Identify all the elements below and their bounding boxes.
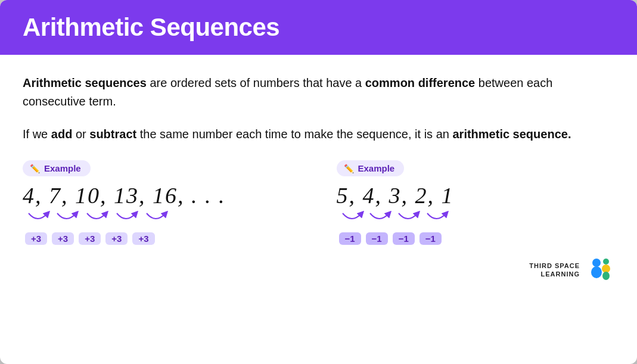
- example-label-text-1: Example: [44, 163, 81, 173]
- logo-icon: [586, 256, 614, 282]
- badge-2-3: −1: [393, 232, 415, 245]
- definition-block-2: If we add or subtract the same number ea…: [23, 125, 614, 144]
- arrows-svg-2: [337, 211, 486, 230]
- badge-2-4: −1: [420, 232, 442, 245]
- sequence-2: 5, 4, 3, 2, 1: [337, 182, 615, 209]
- logo-area: THIRD SPACE LEARNING: [23, 256, 614, 282]
- pencil-icon-2: ✏️: [344, 164, 354, 173]
- page-title: Arithmetic Sequences: [23, 13, 614, 42]
- definition-para1: Arithmetic sequences are ordered sets of…: [23, 74, 614, 111]
- card: Arithmetic Sequences Arithmetic sequence…: [0, 0, 637, 364]
- svg-point-1: [591, 266, 602, 278]
- bold-arithmetic-sequence: arithmetic sequence.: [452, 127, 571, 141]
- svg-point-0: [592, 259, 601, 267]
- para2-mid2: the same number each time to make the se…: [136, 127, 452, 141]
- badge-2-1: −1: [339, 232, 361, 245]
- example-label-2: ✏️ Example: [337, 160, 405, 176]
- badges-row-1: +3 +3 +3 +3 +3: [25, 232, 301, 245]
- logo-line1: THIRD SPACE: [529, 262, 580, 269]
- content-section: Arithmetic sequences are ordered sets of…: [0, 55, 637, 298]
- badge-1-2: +3: [52, 232, 74, 245]
- bold-subtract: subtract: [89, 127, 136, 141]
- svg-point-4: [602, 272, 610, 280]
- pencil-icon-1: ✏️: [30, 164, 40, 173]
- badges-row-2: −1 −1 −1 −1: [339, 232, 615, 245]
- example-block-2: ✏️ Example 5, 4, 3, 2, 1: [337, 160, 615, 245]
- definition-para2: If we add or subtract the same number ea…: [23, 125, 614, 144]
- badge-1-3: +3: [79, 232, 101, 245]
- badge-1-1: +3: [25, 232, 47, 245]
- badge-1-5: +3: [132, 232, 154, 245]
- para2-start: If we: [23, 127, 51, 141]
- para1-mid: are ordered sets of numbers that have a: [147, 76, 365, 89]
- bold-arithmetic-sequences: Arithmetic sequences: [23, 76, 147, 89]
- bold-add: add: [51, 127, 73, 141]
- logo-line2: LEARNING: [529, 270, 580, 278]
- sequence-1: 4, 7, 10, 13, 16, . . .: [23, 182, 301, 209]
- logo-text: THIRD SPACE LEARNING: [529, 260, 580, 278]
- arrows-svg-1: [23, 211, 201, 230]
- para2-mid1: or: [72, 127, 89, 141]
- example-label-1: ✏️ Example: [23, 160, 91, 176]
- svg-point-2: [602, 265, 610, 273]
- badge-2-2: −1: [366, 232, 388, 245]
- definition-block: Arithmetic sequences are ordered sets of…: [23, 74, 614, 111]
- example-block-1: ✏️ Example 4, 7, 10, 13, 16, . . .: [23, 160, 301, 245]
- example-label-text-2: Example: [358, 163, 395, 173]
- badge-1-4: +3: [105, 232, 128, 245]
- svg-point-3: [603, 259, 609, 265]
- bold-common-difference: common difference: [365, 76, 475, 89]
- header-section: Arithmetic Sequences: [0, 0, 637, 55]
- examples-row: ✏️ Example 4, 7, 10, 13, 16, . . .: [23, 160, 614, 245]
